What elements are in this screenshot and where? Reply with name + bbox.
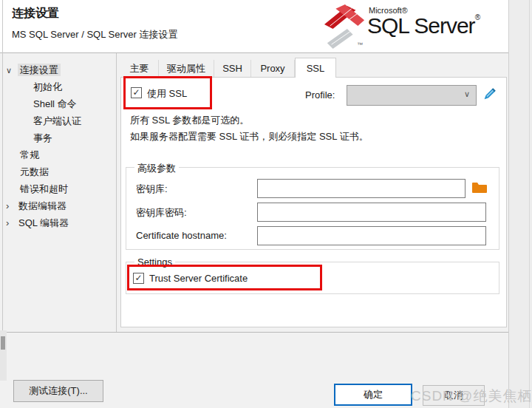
sql-server-logo: Microsoft® SQL Server® ™: [323, 3, 508, 50]
csdn-watermark: CSDN @绝美焦栖: [411, 387, 532, 406]
ssl-description-line1: 所有 SSL 参数都是可选的。: [130, 114, 249, 127]
keystore-password-input[interactable]: [257, 203, 486, 222]
sidebar-item-data-editor[interactable]: › 数据编辑器: [6, 199, 69, 214]
sidebar-item-initialization[interactable]: 初始化: [31, 80, 64, 95]
tab-proxy[interactable]: Proxy: [251, 60, 295, 77]
right-gutter-line: [529, 0, 530, 408]
footer-divider: [0, 332, 508, 333]
tab-driver-properties[interactable]: 驱动属性: [159, 60, 214, 77]
chevron-down-icon[interactable]: ∨: [464, 89, 470, 99]
chevron-right-icon[interactable]: ›: [6, 200, 9, 211]
folder-icon: [471, 181, 488, 194]
connection-settings-dialog: 连接设置 MS SQL Server / SQL Server 连接设置 Mic…: [0, 0, 532, 408]
check-icon: ✓: [132, 87, 140, 98]
advanced-params-legend: 高级参数: [134, 162, 179, 175]
trust-server-certificate-checkbox[interactable]: ✓: [133, 273, 144, 284]
certificate-hostname-input[interactable]: [257, 226, 486, 245]
sidebar-item-client-auth[interactable]: 客户端认证: [31, 114, 83, 129]
profile-select[interactable]: ∨: [347, 85, 477, 106]
trademark-symbol: ™: [357, 41, 363, 48]
sidebar-item-shell-commands[interactable]: Shell 命令: [31, 97, 79, 112]
edit-profile-button[interactable]: [481, 86, 497, 103]
tab-ssl[interactable]: SSL: [295, 58, 336, 78]
tab-main[interactable]: 主要: [120, 60, 159, 77]
keystore-password-label: 密钥库密码:: [136, 206, 187, 220]
page-subtitle: MS SQL Server / SQL Server 连接设置: [12, 28, 177, 41]
use-ssl-checkbox[interactable]: ✓: [131, 87, 142, 98]
sidebar-divider: [116, 53, 117, 332]
sidebar-item-sql-editor[interactable]: › SQL 编辑器: [6, 216, 71, 231]
use-ssl-label: 使用 SSL: [147, 87, 187, 101]
test-connection-button[interactable]: 测试连接(T)...: [13, 380, 103, 402]
pencil-icon: [481, 86, 497, 103]
chevron-down-icon[interactable]: ∨: [6, 66, 12, 75]
profile-label: Profile:: [305, 89, 335, 101]
sidebar-item-connection-settings[interactable]: ∨ 连接设置: [6, 63, 61, 78]
left-scrollbar-thumb[interactable]: [1, 336, 5, 350]
check-icon: ✓: [134, 273, 142, 283]
certificate-hostname-label: Certificate hostname:: [136, 230, 227, 241]
header-divider: [0, 52, 508, 53]
chevron-right-icon[interactable]: ›: [6, 217, 9, 228]
sql-server-wordmark: SQL Server®: [367, 13, 480, 38]
keystore-label: 密钥库:: [136, 183, 168, 196]
sidebar-item-errors-timeouts[interactable]: 错误和超时: [18, 182, 70, 197]
sidebar-item-transactions[interactable]: 事务: [31, 131, 55, 146]
ok-button[interactable]: 确定: [334, 384, 412, 406]
browse-keystore-button[interactable]: [471, 181, 488, 194]
ssl-description-line2: 如果服务器配置需要 SSL 证书，则必须指定 SSL 证书。: [130, 130, 369, 143]
sidebar-item-metadata[interactable]: 元数据: [18, 165, 51, 180]
trust-server-certificate-label: Trust Server Certificate: [149, 273, 248, 284]
page-title: 连接设置: [12, 6, 59, 21]
window-left-border: [2, 0, 3, 332]
settings-legend: Settings: [134, 256, 175, 268]
keystore-input[interactable]: [257, 179, 466, 198]
tab-ssh[interactable]: SSH: [214, 60, 251, 77]
sidebar-item-general[interactable]: 常规: [18, 148, 41, 163]
